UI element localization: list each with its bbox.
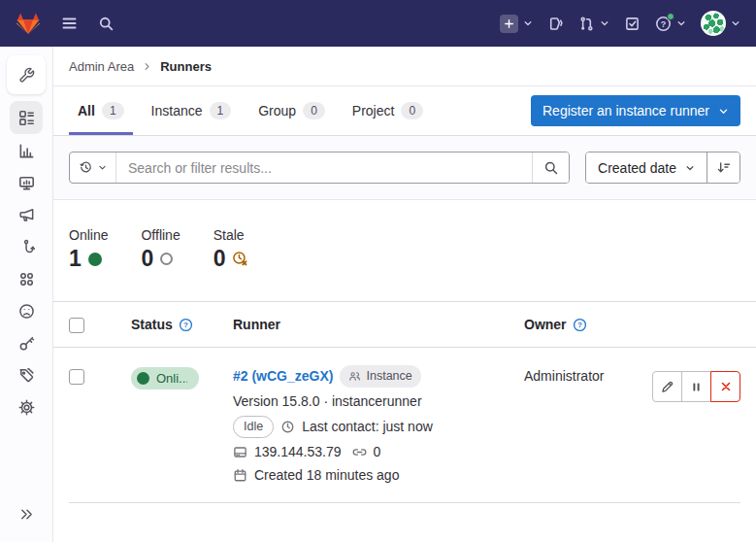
status-help-icon[interactable]: ? — [179, 318, 193, 332]
chevron-down-icon — [523, 18, 533, 28]
stat-label: Offline — [141, 227, 180, 243]
stat-label: Stale — [214, 227, 249, 243]
owner-help-icon[interactable]: ? — [573, 318, 587, 332]
tab-label: Project — [352, 103, 395, 119]
search-input[interactable] — [116, 152, 532, 183]
admin-sidebar — [0, 47, 53, 542]
sidebar-expand-button[interactable] — [10, 498, 43, 530]
sidebar-item-analytics[interactable] — [10, 135, 43, 167]
chevron-down-icon — [600, 18, 609, 28]
key-icon — [18, 335, 35, 352]
sidebar-item-overview[interactable] — [10, 101, 43, 134]
todos-icon[interactable] — [624, 16, 641, 32]
svg-text:?: ? — [577, 321, 582, 329]
stat-value: 1 — [69, 246, 82, 272]
sort-direction-button[interactable] — [707, 152, 740, 183]
sort-descending-icon — [716, 160, 731, 175]
register-instance-runner-button[interactable]: Register an instance runner — [531, 95, 740, 126]
stale-clock-icon — [232, 251, 248, 267]
runners-table: Status ? Runner Owner ? — [53, 301, 756, 503]
tab-instance[interactable]: Instance 1 — [143, 86, 241, 135]
chevrons-right-icon — [19, 507, 34, 522]
runner-status-badge: Onli... — [131, 367, 199, 390]
merge-requests-button[interactable] — [578, 16, 609, 32]
runner-summary-cell: #2 (wCG_zeGX) Instance Version — [233, 365, 524, 485]
tab-count-badge: 0 — [303, 102, 325, 119]
gitlab-logo-icon[interactable] — [16, 12, 41, 36]
runner-stats: Online 1 Offline 0 Stale 0 — [53, 200, 756, 301]
table-header-row: Status ? Runner Owner ? — [53, 302, 756, 348]
owner-column-header: Owner — [524, 317, 567, 332]
select-all-checkbox[interactable] — [69, 318, 84, 333]
monitor-icon — [18, 175, 35, 191]
row-checkbox[interactable] — [69, 369, 84, 385]
frown-face-icon — [18, 303, 35, 320]
edit-runner-button[interactable] — [652, 371, 682, 402]
megaphone-icon — [18, 207, 35, 223]
help-menu-button[interactable]: ? — [655, 16, 686, 32]
chevron-down-icon — [718, 106, 729, 117]
pause-runner-button[interactable] — [681, 371, 711, 402]
tab-all[interactable]: All 1 — [69, 86, 133, 135]
tab-group[interactable]: Group 0 — [249, 86, 334, 135]
issues-icon[interactable] — [547, 16, 564, 32]
sidebar-item-deploy-keys[interactable] — [10, 327, 43, 359]
offline-status-icon — [160, 253, 173, 265]
new-menu-button[interactable] — [500, 15, 533, 33]
chevron-down-icon — [731, 18, 740, 28]
stat-value: 0 — [214, 246, 226, 272]
breadcrumb-current: Runners — [160, 59, 212, 74]
close-icon — [719, 380, 733, 393]
bar-chart-icon — [18, 143, 35, 159]
sidebar-item-settings[interactable] — [10, 391, 43, 423]
register-button-label: Register an instance runner — [542, 103, 709, 119]
runner-ip-text: 139.144.53.79 — [254, 443, 342, 461]
sidebar-item-system-hooks[interactable] — [10, 231, 43, 263]
search-history-dropdown[interactable] — [70, 152, 116, 183]
runner-state-badge: Idle — [233, 416, 274, 438]
sidebar-item-monitoring[interactable] — [10, 167, 43, 199]
filter-bar: Created date — [53, 136, 756, 200]
clock-icon — [280, 420, 295, 434]
sidebar-item-labels[interactable] — [10, 359, 43, 391]
tab-project[interactable]: Project 0 — [344, 86, 432, 135]
sidebar-item-applications[interactable] — [10, 263, 43, 295]
sidebar-item-admin-overview[interactable] — [7, 55, 46, 94]
chevron-down-icon — [98, 163, 107, 172]
tab-count-badge: 1 — [210, 102, 232, 119]
sidebar-item-messages[interactable] — [10, 199, 43, 231]
breadcrumb-admin-area-link[interactable]: Admin Area — [69, 59, 134, 74]
calendar-icon — [233, 468, 247, 483]
nav-search-icon[interactable] — [98, 16, 115, 32]
status-column-header: Status — [131, 317, 173, 332]
runner-column-header: Runner — [233, 317, 280, 332]
hook-icon — [18, 239, 35, 255]
chevron-down-icon — [676, 18, 686, 28]
svg-text:?: ? — [661, 18, 667, 28]
breadcrumb: Admin Area Runners — [53, 47, 756, 86]
stat-offline: Offline 0 — [141, 227, 180, 272]
history-icon — [79, 160, 93, 175]
search-submit-button[interactable] — [532, 152, 569, 183]
gear-icon — [18, 399, 35, 416]
stat-stale: Stale 0 — [214, 227, 249, 272]
status-badge-label: Onli... — [156, 371, 187, 386]
runner-link[interactable]: #2 (wCG_zeGX) — [233, 367, 333, 386]
hamburger-menu-icon[interactable] — [60, 16, 79, 31]
sidebar-item-abuse-reports[interactable] — [10, 295, 43, 327]
sort-by-label: Created date — [598, 160, 676, 176]
tab-count-badge: 1 — [102, 102, 124, 119]
merge-request-icon — [578, 16, 595, 32]
search-filter-box — [69, 152, 570, 184]
tab-count-badge: 0 — [401, 102, 423, 119]
wrench-icon — [18, 67, 35, 84]
stat-label: Online — [69, 227, 108, 243]
sort-controls: Created date — [585, 152, 740, 184]
stat-value: 0 — [141, 246, 153, 272]
sort-by-dropdown[interactable]: Created date — [586, 152, 707, 183]
online-status-icon — [88, 253, 102, 266]
user-menu-button[interactable] — [701, 11, 740, 36]
delete-runner-button[interactable] — [710, 371, 740, 402]
apps-grid-icon — [18, 271, 35, 288]
search-icon — [543, 160, 559, 176]
